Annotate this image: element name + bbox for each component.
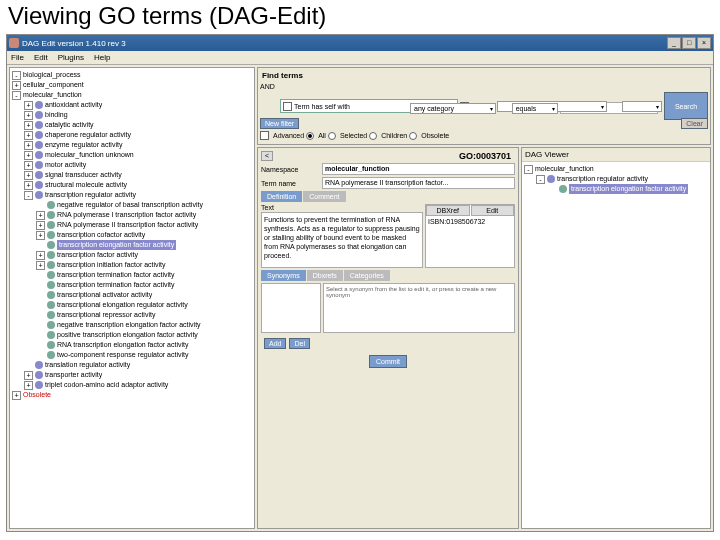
namespace-value[interactable]: molecular_function <box>322 163 515 175</box>
tree-node[interactable]: +RNA polymerase I transcription factor a… <box>12 210 252 220</box>
termname-value[interactable]: RNA polymerase II transcription factor..… <box>322 177 515 189</box>
expand-icon[interactable]: + <box>24 121 33 130</box>
tree-node[interactable]: +chaperone regulator activity <box>12 130 252 140</box>
tree-node[interactable]: -transcription regulator activity <box>12 190 252 200</box>
expand-icon[interactable]: + <box>24 171 33 180</box>
tree-node[interactable]: +Obsolete <box>12 390 252 400</box>
tree-node[interactable]: -transcription regulator activity <box>524 174 708 184</box>
has-dropdown[interactable] <box>622 101 662 112</box>
tree-node[interactable]: RNA transcription elongation factor acti… <box>12 340 252 350</box>
tree-node[interactable]: +cellular_component <box>12 80 252 90</box>
tab-categories[interactable]: Categories <box>344 270 390 281</box>
tree-node[interactable]: negative transcription elongation factor… <box>12 320 252 330</box>
tree-node[interactable]: two-component response regulator activit… <box>12 350 252 360</box>
dbxref-edit-button[interactable]: Edit <box>471 205 515 216</box>
tab-synonyms[interactable]: Synonyms <box>261 270 306 281</box>
tab-definition[interactable]: Definition <box>261 191 302 202</box>
tree-node[interactable]: +transcription cofactor activity <box>12 230 252 240</box>
expand-icon[interactable]: - <box>12 71 21 80</box>
tree-node[interactable]: +transcription initiation factor activit… <box>12 260 252 270</box>
expand-icon[interactable]: + <box>24 131 33 140</box>
equals-dropdown[interactable]: equals <box>512 103 558 114</box>
tree-label: Obsolete <box>23 390 51 400</box>
maximize-button[interactable]: □ <box>682 37 696 49</box>
expand-icon[interactable]: - <box>524 165 533 174</box>
nav-prev[interactable]: < <box>261 151 273 161</box>
tab-comment[interactable]: Comment <box>303 191 345 202</box>
tree-node[interactable]: transcription termination factor activit… <box>12 270 252 280</box>
tree-node[interactable]: +triplet codon-amino acid adaptor activi… <box>12 380 252 390</box>
expand-icon[interactable]: + <box>36 221 45 230</box>
tab-dbxrefs[interactable]: Dbxrefs <box>307 270 343 281</box>
radio-children[interactable] <box>369 132 377 140</box>
expand-icon[interactable]: + <box>24 381 33 390</box>
tree-node[interactable]: -molecular_function <box>524 164 708 174</box>
expand-icon[interactable]: + <box>12 81 21 90</box>
expand-icon[interactable]: + <box>24 151 33 160</box>
tree-node[interactable]: transcription termination factor activit… <box>12 280 252 290</box>
tree-node[interactable]: transcriptional repressor activity <box>12 310 252 320</box>
tree-node[interactable]: negative regulator of basal transcriptio… <box>12 200 252 210</box>
commit-button[interactable]: Commit <box>369 355 407 368</box>
term-icon <box>47 221 55 229</box>
category-dropdown[interactable]: any category <box>410 103 496 114</box>
tree-node[interactable]: +RNA polymerase II transcription factor … <box>12 220 252 230</box>
expand-icon[interactable]: + <box>12 391 21 400</box>
expand-icon[interactable]: + <box>24 371 33 380</box>
tree-node[interactable]: +molecular_function unknown <box>12 150 252 160</box>
expand-icon[interactable]: + <box>24 141 33 150</box>
tree-node[interactable]: +catalytic activity <box>12 120 252 130</box>
minimize-button[interactable]: _ <box>667 37 681 49</box>
tree-node[interactable]: -biological_process <box>12 70 252 80</box>
radio-all[interactable] <box>306 132 314 140</box>
tree-node[interactable]: +enzyme regulator activity <box>12 140 252 150</box>
tree-node[interactable]: +structural molecule activity <box>12 180 252 190</box>
expand-icon[interactable]: + <box>24 101 33 110</box>
radio-obsolete[interactable] <box>409 132 417 140</box>
expand-icon[interactable]: + <box>36 211 45 220</box>
window-title: DAG Edit version 1.410 rev 3 <box>22 39 667 48</box>
synonym-list[interactable] <box>261 283 321 333</box>
tree-node[interactable]: transcriptional activator activity <box>12 290 252 300</box>
definition-text[interactable]: Functions to prevent the termination of … <box>261 212 423 268</box>
tree-label: transcription cofactor activity <box>57 230 145 240</box>
expand-icon[interactable]: + <box>36 251 45 260</box>
del-button[interactable]: Del <box>289 338 310 349</box>
tree-node[interactable]: transcription elongation factor activity <box>524 184 708 194</box>
expand-icon[interactable]: - <box>536 175 545 184</box>
dbxref-value[interactable]: ISBN:0198506732 <box>426 216 514 227</box>
tree-node[interactable]: +signal transducer activity <box>12 170 252 180</box>
ontology-tree-panel[interactable]: -biological_process+cellular_component-m… <box>9 67 255 529</box>
menu-help[interactable]: Help <box>94 53 110 62</box>
chk-advanced[interactable] <box>260 131 269 140</box>
tree-node[interactable]: +transporter activity <box>12 370 252 380</box>
menu-plugins[interactable]: Plugins <box>58 53 84 62</box>
expand-icon[interactable]: + <box>36 261 45 270</box>
radio-selected[interactable] <box>328 132 336 140</box>
new-filter-button[interactable]: New filter <box>260 118 299 129</box>
expand-icon[interactable]: + <box>36 231 45 240</box>
tree-node[interactable]: -molecular_function <box>12 90 252 100</box>
tree-label: transporter activity <box>45 370 102 380</box>
expand-icon[interactable]: - <box>24 191 33 200</box>
expand-icon[interactable]: - <box>12 91 21 100</box>
tree-node[interactable]: transcriptional elongation regulator act… <box>12 300 252 310</box>
menu-edit[interactable]: Edit <box>34 53 48 62</box>
expand-icon[interactable]: + <box>24 111 33 120</box>
tree-node[interactable]: +antioxidant activity <box>12 100 252 110</box>
tree-node[interactable]: +motor activity <box>12 160 252 170</box>
titlebar[interactable]: DAG Edit version 1.410 rev 3 _ □ × <box>7 35 713 51</box>
add-button[interactable]: Add <box>264 338 286 349</box>
tree-node[interactable]: positive transcription elongation factor… <box>12 330 252 340</box>
expand-icon[interactable]: + <box>24 161 33 170</box>
close-button[interactable]: × <box>697 37 711 49</box>
tree-node[interactable]: translation regulator activity <box>12 360 252 370</box>
tree-node[interactable]: +binding <box>12 110 252 120</box>
search-button[interactable]: Search <box>664 92 708 120</box>
tree-node[interactable]: +transcription factor activity <box>12 250 252 260</box>
clear-button[interactable]: Clear <box>681 118 708 129</box>
expand-icon[interactable]: + <box>24 181 33 190</box>
tree-label: two-component response regulator activit… <box>57 350 189 360</box>
menu-file[interactable]: File <box>11 53 24 62</box>
tree-node[interactable]: transcription elongation factor activity <box>12 240 252 250</box>
